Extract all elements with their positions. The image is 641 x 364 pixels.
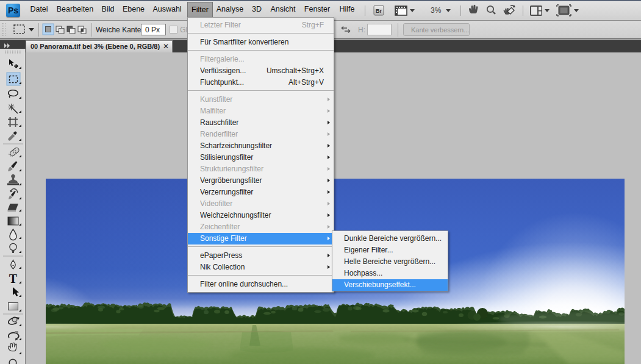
svg-text:3%: 3% [431,6,442,15]
svg-text:Kante verbessern...: Kante verbessern... [411,26,469,34]
svg-text:0 Px: 0 Px [145,26,160,34]
svg-text:H:: H: [358,26,365,34]
svg-text:Br: Br [376,7,382,14]
svg-text:Weiche Kante:: Weiche Kante: [96,26,143,34]
svg-text:T: T [9,272,18,285]
